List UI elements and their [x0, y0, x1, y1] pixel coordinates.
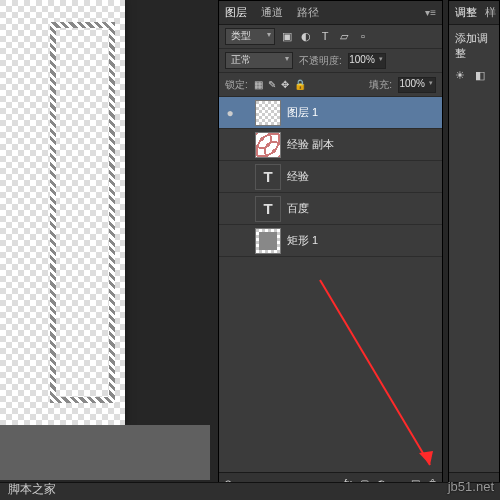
- adjustments-tabs: 调整 样: [449, 1, 499, 25]
- filter-kind-select[interactable]: 类型: [225, 28, 275, 45]
- artwork-border: [50, 22, 115, 403]
- layer-row[interactable]: ● 图层 1: [219, 97, 442, 129]
- lock-transparency-icon[interactable]: ▦: [254, 79, 263, 90]
- canvas-area: [0, 0, 210, 480]
- layer-row[interactable]: T 经验: [219, 161, 442, 193]
- tab-layers[interactable]: 图层: [225, 5, 247, 20]
- type-layer-icon[interactable]: T: [255, 164, 281, 190]
- lock-position-icon[interactable]: ✥: [281, 79, 289, 90]
- filter-smart-icon[interactable]: ▫: [357, 30, 369, 43]
- lock-brush-icon[interactable]: ✎: [268, 79, 276, 90]
- fill-label: 填充:: [369, 78, 392, 92]
- tab-styles-partial[interactable]: 样: [485, 5, 496, 20]
- filter-type-icons: ▣ ◐ T ▱ ▫: [281, 30, 369, 43]
- adjustments-panel: 调整 样 添加调整 ☀ ◧: [448, 0, 500, 495]
- site-watermark: jb51.net: [448, 479, 494, 494]
- filter-adjustment-icon[interactable]: ◐: [300, 30, 312, 43]
- layer-thumbnail[interactable]: [255, 132, 281, 158]
- layer-name[interactable]: 矩形 1: [287, 233, 318, 248]
- layer-filter-row: 类型 ▣ ◐ T ▱ ▫: [219, 25, 442, 49]
- adjustment-preset-icons: ☀ ◧: [455, 69, 493, 82]
- blend-row: 正常 不透明度: 100%: [219, 49, 442, 73]
- document-artboard[interactable]: [0, 0, 125, 425]
- filter-shape-icon[interactable]: ▱: [338, 30, 350, 43]
- panel-menu-icon[interactable]: ▾≡: [425, 7, 436, 18]
- layer-name[interactable]: 经验: [287, 169, 309, 184]
- layers-panel: 图层 通道 路径 ▾≡ 类型 ▣ ◐ T ▱ ▫ 正常 不透明度: 100% 锁…: [218, 0, 443, 495]
- layer-row[interactable]: 经验 副本: [219, 129, 442, 161]
- lock-label: 锁定:: [225, 78, 248, 92]
- visibility-toggle[interactable]: ●: [219, 106, 241, 120]
- panel-tabs: 图层 通道 路径 ▾≡: [219, 1, 442, 25]
- contrast-icon[interactable]: ◧: [475, 69, 485, 82]
- lock-icons: ▦ ✎ ✥ 🔒: [254, 79, 306, 90]
- layer-name[interactable]: 百度: [287, 201, 309, 216]
- app-footer-bar: [0, 482, 500, 500]
- blend-mode-select[interactable]: 正常: [225, 52, 293, 69]
- adjustments-body: 添加调整 ☀ ◧: [449, 25, 499, 88]
- layer-list: ● 图层 1 经验 副本 T 经验 T 百度 矩形 1: [219, 97, 442, 257]
- fill-input[interactable]: 100%: [398, 77, 436, 93]
- filter-type-icon[interactable]: T: [319, 30, 331, 43]
- layer-row[interactable]: T 百度: [219, 193, 442, 225]
- layer-name[interactable]: 经验 副本: [287, 137, 334, 152]
- filter-pixel-icon[interactable]: ▣: [281, 30, 293, 43]
- canvas-pasteboard: [0, 425, 210, 480]
- lock-row: 锁定: ▦ ✎ ✥ 🔒 填充: 100%: [219, 73, 442, 97]
- lock-all-icon[interactable]: 🔒: [294, 79, 306, 90]
- layer-name[interactable]: 图层 1: [287, 105, 318, 120]
- tab-adjustments[interactable]: 调整: [455, 5, 477, 20]
- brightness-icon[interactable]: ☀: [455, 69, 465, 82]
- type-layer-icon[interactable]: T: [255, 196, 281, 222]
- opacity-input[interactable]: 100%: [348, 53, 386, 69]
- tab-paths[interactable]: 路径: [297, 5, 319, 20]
- brand-watermark: 脚本之家: [8, 481, 56, 498]
- layer-thumbnail[interactable]: [255, 100, 281, 126]
- opacity-label: 不透明度:: [299, 54, 342, 68]
- layer-thumbnail[interactable]: [255, 228, 281, 254]
- tab-channels[interactable]: 通道: [261, 5, 283, 20]
- add-adjustment-label: 添加调整: [455, 31, 493, 61]
- layer-row[interactable]: 矩形 1: [219, 225, 442, 257]
